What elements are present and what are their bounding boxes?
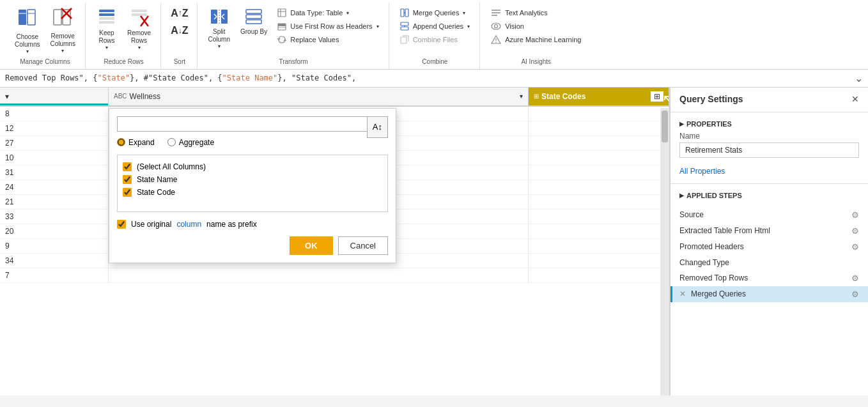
- cell-state-9: [529, 239, 669, 253]
- sort-za-button[interactable]: A ↓ Z: [167, 22, 191, 38]
- choose-columns-chevron: ▾: [26, 49, 29, 55]
- state-codes-type-icon: ⊞: [534, 93, 539, 100]
- vision-icon: [491, 22, 501, 31]
- formula-bar-content: Removed Top Rows", {"State"}, #"State Co…: [5, 73, 849, 82]
- data-type-button[interactable]: Data Type: Table ▾: [273, 6, 383, 19]
- choose-columns-label: Choose Columns: [15, 33, 40, 49]
- select-all-checkbox[interactable]: [123, 162, 132, 171]
- svg-rect-33: [405, 9, 408, 17]
- step-promoted-gear-icon[interactable]: ⚙: [851, 242, 859, 252]
- split-column-button[interactable]: Split Column ▾: [204, 5, 235, 52]
- aggregate-label: Aggregate: [179, 138, 214, 147]
- cell-state-2: [529, 136, 669, 150]
- select-all-label: (Select All Columns): [137, 162, 206, 171]
- step-changed-left: Changed Type: [679, 258, 729, 267]
- remove-columns-label: Remove Columns: [50, 33, 75, 48]
- append-queries-label: Append Queries: [413, 22, 464, 30]
- all-properties-link[interactable]: All Properties: [679, 167, 725, 176]
- remove-columns-button[interactable]: Remove Columns ▾: [45, 5, 79, 56]
- ribbon: Choose Columns ▾ Remove Columns ▾: [0, 0, 868, 70]
- append-queries-button[interactable]: Append Queries ▾: [396, 20, 475, 33]
- prefix-row: Use original column name as prefix: [117, 220, 388, 229]
- manage-columns-group-label: Manage Columns: [20, 58, 70, 66]
- merge-queries-icon: [400, 8, 409, 17]
- cell-state-5: [529, 180, 669, 194]
- formula-bar-expand-icon[interactable]: ⌄: [855, 72, 863, 84]
- step-removed-gear-icon[interactable]: ⚙: [851, 273, 859, 283]
- prefix-checkbox[interactable]: [117, 220, 126, 229]
- text-analytics-icon: [491, 8, 501, 17]
- vision-button[interactable]: Vision: [486, 20, 585, 33]
- step-extracted-label: Extracted Table From Html: [679, 226, 770, 235]
- step-source-gear-icon[interactable]: ⚙: [851, 210, 859, 220]
- applied-steps-label: APPLIED STEPS: [686, 192, 742, 199]
- col-dropdown-num[interactable]: ▾: [5, 92, 9, 101]
- expand-radio-label[interactable]: Expand: [117, 138, 155, 147]
- use-first-row-button[interactable]: Use First Row as Headers ▾: [273, 20, 383, 33]
- step-merged-x-icon[interactable]: ✕: [679, 289, 686, 298]
- qs-name-input[interactable]: [679, 142, 859, 158]
- svg-rect-10: [99, 17, 114, 20]
- popup-buttons: OK Cancel: [117, 236, 388, 255]
- keep-rows-button[interactable]: Keep Rows ▾: [92, 5, 121, 53]
- step-merged-queries[interactable]: ✕ Merged Queries ⚙: [670, 286, 868, 302]
- aggregate-radio[interactable]: [167, 138, 176, 146]
- ribbon-group-reduce-rows: Keep Rows ▾ Remove Rows ▾: [87, 3, 161, 69]
- step-source[interactable]: Source ⚙: [670, 207, 868, 223]
- ribbon-group-combine: Merge Queries ▾ Append Queries ▾: [391, 3, 481, 69]
- prefix-text-before: Use original: [131, 220, 171, 229]
- formula-state-name-str: "State Name": [222, 73, 278, 82]
- cell-state-3: [529, 151, 669, 165]
- expand-sort-button[interactable]: A↕: [367, 116, 388, 138]
- sort-az-button[interactable]: A ↑ Z: [167, 5, 191, 21]
- state-codes-dropdown-btn[interactable]: ⊞: [651, 91, 663, 102]
- split-column-label: Split Column: [208, 28, 230, 43]
- qs-close-button[interactable]: ✕: [851, 94, 859, 104]
- qs-header: Query Settings ✕: [670, 88, 868, 108]
- step-merged-gear-icon[interactable]: ⚙: [851, 289, 859, 299]
- ribbon-group-sort: A ↑ Z A ↓ Z Sort: [162, 3, 197, 69]
- table-scrollbar[interactable]: [660, 108, 669, 395]
- scrollbar-thumb[interactable]: [662, 111, 668, 142]
- properties-label: PROPERTIES: [686, 120, 732, 128]
- wellness-col-label: Wellness: [130, 92, 516, 101]
- qs-divider-mid: [670, 183, 868, 184]
- cancel-button[interactable]: Cancel: [338, 236, 388, 255]
- step-changed-type[interactable]: Changed Type: [670, 255, 868, 270]
- svg-rect-0: [19, 10, 26, 25]
- step-extracted-table[interactable]: Extracted Table From Html ⚙: [670, 223, 868, 239]
- merge-queries-button[interactable]: Merge Queries ▾: [396, 6, 475, 19]
- append-queries-chevron: ▾: [467, 24, 470, 29]
- step-promoted-headers[interactable]: Promoted Headers ⚙: [670, 239, 868, 255]
- cell-num-2: 27: [0, 136, 109, 150]
- prefix-column-word: column: [176, 220, 201, 229]
- cell-num-9: 9: [0, 239, 109, 253]
- cell-num-7: 33: [0, 210, 109, 224]
- step-removed-top-rows[interactable]: Removed Top Rows ⚙: [670, 270, 868, 286]
- combine-group-label: Combine: [422, 58, 447, 66]
- wellness-dropdown-btn[interactable]: ▾: [520, 93, 523, 100]
- ok-button[interactable]: OK: [290, 236, 333, 255]
- combine-files-button[interactable]: Combine Files: [396, 33, 475, 46]
- col-header-num: ▾: [0, 88, 109, 105]
- append-queries-icon: [400, 22, 409, 31]
- main-area: ▾ ABC Wellness ▾ ⊞ State Codes ⊞ ↖ 8 12 …: [0, 88, 868, 395]
- expand-radio[interactable]: [117, 138, 125, 146]
- group-by-button[interactable]: Group By: [236, 5, 272, 38]
- cell-state-8: [529, 224, 669, 238]
- aggregate-radio-label[interactable]: Aggregate: [167, 138, 214, 147]
- state-name-checkbox[interactable]: [123, 175, 132, 184]
- azure-ml-icon: [491, 35, 501, 44]
- azure-ml-button[interactable]: Azure Machine Learning: [486, 33, 585, 46]
- remove-rows-button[interactable]: Remove Rows ▾: [123, 5, 155, 53]
- replace-values-button[interactable]: Replace Values: [273, 33, 383, 46]
- choose-columns-button[interactable]: Choose Columns ▾: [10, 5, 44, 57]
- state-code-checkbox[interactable]: [123, 188, 132, 197]
- keep-rows-chevron: ▾: [105, 45, 108, 51]
- col-cyan-bar: [0, 104, 108, 105]
- properties-triangle-icon: ▶: [679, 121, 684, 127]
- expand-search-input[interactable]: [117, 116, 388, 132]
- step-extracted-gear-icon[interactable]: ⚙: [851, 226, 859, 236]
- text-analytics-button[interactable]: Text Analytics: [486, 6, 585, 19]
- use-first-row-icon: [277, 22, 286, 31]
